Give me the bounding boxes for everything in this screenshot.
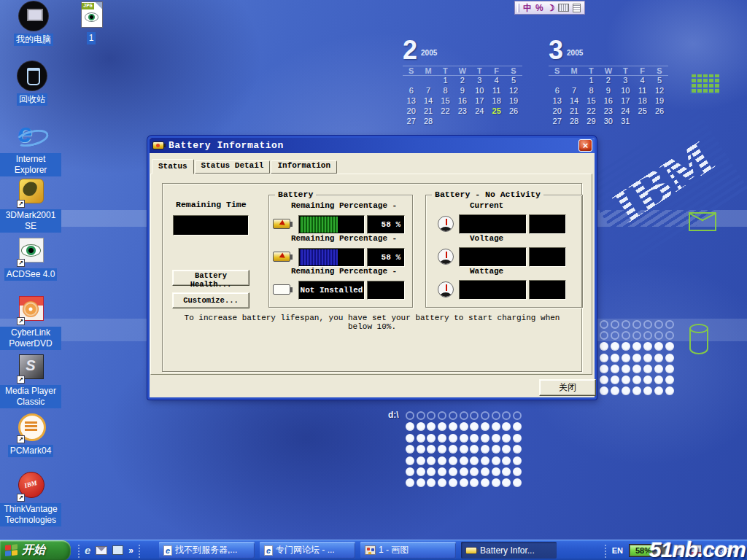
calendar-day-cell: 8 xyxy=(437,86,454,96)
task-button[interactable]: e专门网论坛 - ... xyxy=(260,542,355,559)
dot xyxy=(513,445,522,454)
dot xyxy=(632,320,641,329)
ibm-logo-stripes xyxy=(581,108,747,265)
show-desktop-icon[interactable] xyxy=(112,545,123,555)
ie-quicklaunch-icon[interactable]: e xyxy=(85,545,90,556)
task-button[interactable]: 1 - 画图 xyxy=(360,542,456,559)
dot xyxy=(654,342,663,351)
icon-label: Internet Explorer xyxy=(0,153,61,176)
icon-glyph: e xyxy=(18,118,32,149)
tray-icon[interactable] xyxy=(691,545,702,556)
desktop-icon-recycle-bin[interactable]: 回收站 xyxy=(1,61,63,106)
dot xyxy=(492,434,500,443)
desktop-icon-pcmark04[interactable]: ↗PCMark04 xyxy=(0,413,61,457)
ime-options-icon[interactable] xyxy=(573,4,581,12)
calendar-day-cell xyxy=(419,76,436,86)
bar-fill xyxy=(300,249,338,265)
customize-button[interactable]: Customize... xyxy=(172,292,249,308)
calendar-day-cell: 9 xyxy=(454,86,471,96)
dot xyxy=(502,422,511,431)
calendar-day-cell: 11 xyxy=(634,86,651,96)
language-bar[interactable]: 中 % ☽ xyxy=(514,1,585,15)
percentage-value-display: 58 % xyxy=(367,215,405,234)
dot xyxy=(427,478,436,487)
desktop-icon-powerdvd[interactable]: ↗CyberLink PowerDVD xyxy=(0,295,61,350)
calendar-day-cell: 14 xyxy=(419,96,436,106)
calendar-day-cell: 21 xyxy=(419,106,436,117)
mail-quicklaunch-icon[interactable] xyxy=(96,546,107,555)
desktop-icon-my-computer[interactable]: 我的电脑 xyxy=(3,1,64,46)
dot xyxy=(632,365,641,373)
icon-label: CyberLink PowerDVD xyxy=(0,327,61,350)
chinese-ime-icon[interactable]: 中 xyxy=(523,3,532,13)
desktop-icon-internet-explorer[interactable]: eInternet Explorer xyxy=(0,121,61,176)
task-button[interactable]: Battery Infor... xyxy=(461,542,557,559)
calendar-day-cell: 23 xyxy=(454,106,471,117)
tab-status-detail[interactable]: Status Detail xyxy=(195,160,271,174)
calendar-day-cell xyxy=(403,76,419,86)
calendar-day-cell: 6 xyxy=(549,86,565,96)
dot xyxy=(438,456,446,465)
internet-explorer-icon: e xyxy=(15,121,47,152)
dot xyxy=(438,434,446,443)
language-indicator[interactable]: EN xyxy=(612,546,623,555)
dot xyxy=(427,411,436,420)
gauge-icon xyxy=(438,249,454,265)
task-button[interactable]: e找不到服务器,... xyxy=(159,542,255,559)
tray-battery-meter[interactable]: 58% xyxy=(629,544,668,557)
calendar-day-cell: 5 xyxy=(651,76,667,86)
gauge-base xyxy=(439,260,452,265)
calendar-day-cell xyxy=(488,117,505,127)
battery-health-button[interactable]: Battery Health... xyxy=(172,270,249,286)
dialog-titlebar[interactable]: Battery Information × xyxy=(150,138,595,153)
desktop-icon-thinkvantage[interactable]: IBM↗ThinkVantage Technologies xyxy=(0,471,61,526)
dot xyxy=(502,434,511,443)
desktop-icon-3dmark2001[interactable]: ↗3DMark2001 SE xyxy=(0,177,61,233)
icon-glyph: IBM xyxy=(14,476,47,491)
dot xyxy=(406,467,414,476)
dot xyxy=(611,365,619,373)
dot xyxy=(406,478,414,487)
tab-status[interactable]: Status xyxy=(152,159,194,174)
calendar-header-cell: M xyxy=(419,66,436,76)
desktop-icon-jpg-1[interactable]: JPG1 xyxy=(69,0,113,44)
calendar-day-cell: 18 xyxy=(634,96,651,106)
chevron-icon[interactable]: » xyxy=(128,545,133,556)
ime-mode-icon[interactable]: ☽ xyxy=(547,3,555,13)
desktop-icon-acdsee[interactable]: ↗ACDSee 4.0 xyxy=(0,236,61,281)
dot xyxy=(632,376,641,384)
close-dialog-button[interactable]: 关闭 xyxy=(539,379,596,396)
calendar-year: 2005 xyxy=(421,49,437,57)
dot xyxy=(470,411,479,420)
dot xyxy=(654,376,663,384)
tray-icon[interactable] xyxy=(674,545,685,556)
icon-label: PCMark04 xyxy=(8,445,54,457)
icon-label: Media Player Classic xyxy=(0,385,61,408)
soft-keyboard-icon[interactable] xyxy=(558,4,569,12)
taskbar: 开始 e » e找不到服务器,...e专门网论坛 - ...1 - 画图Batt… xyxy=(0,540,747,560)
battery-icon xyxy=(465,547,477,554)
dot xyxy=(449,456,457,465)
dot xyxy=(492,445,500,454)
calendar-day-cell: 17 xyxy=(617,96,634,106)
punctuation-icon[interactable]: % xyxy=(535,3,543,13)
calendar-day-cell: 17 xyxy=(471,96,488,106)
task-label: 1 - 画图 xyxy=(379,544,409,556)
calendar-day-cell: 2 xyxy=(454,76,471,86)
drag-handle-icon[interactable] xyxy=(517,4,519,12)
current-unit-display xyxy=(529,214,566,234)
calendar-day-cell: 10 xyxy=(471,86,488,96)
jpg-1-icon: JPG xyxy=(75,0,107,31)
start-button[interactable]: 开始 xyxy=(0,540,71,560)
calendar-day-cell: 15 xyxy=(437,96,454,106)
dot xyxy=(417,422,425,431)
dot xyxy=(406,411,414,420)
shortcut-arrow-icon: ↗ xyxy=(17,435,25,443)
icon-label: 1 xyxy=(87,32,96,44)
icon-label: 回收站 xyxy=(17,93,47,106)
calendar-day-cell: 11 xyxy=(488,86,505,96)
calendar-day-cell: 10 xyxy=(617,86,634,96)
tab-information[interactable]: Information xyxy=(271,160,337,174)
desktop-icon-mpc[interactable]: S↗Media Player Classic xyxy=(0,353,61,408)
close-icon[interactable]: × xyxy=(578,139,592,152)
